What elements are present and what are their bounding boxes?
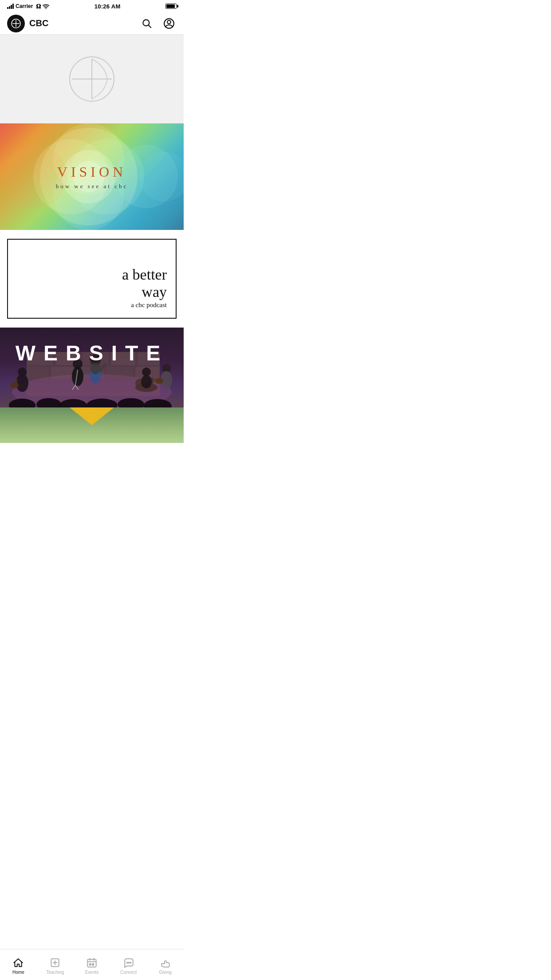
- app-title: CBC: [29, 18, 139, 28]
- svg-point-33: [18, 368, 27, 376]
- svg-point-3: [143, 20, 149, 26]
- website-banner[interactable]: WEBSITE: [0, 328, 184, 443]
- svg-point-50: [141, 375, 152, 388]
- search-button[interactable]: [139, 16, 154, 31]
- carrier-label: Carrier: [16, 3, 33, 9]
- website-label: WEBSITE: [16, 341, 169, 365]
- website-triangle-icon: [70, 407, 114, 425]
- podcast-subtitle: a cbc podcast: [122, 301, 167, 309]
- hero-logo: [65, 52, 118, 106]
- cbc-hero-icon: [65, 52, 118, 106]
- profile-button[interactable]: [161, 16, 177, 31]
- search-icon: [141, 18, 153, 29]
- vision-subtitle: how we see at cbc: [56, 183, 128, 190]
- svg-point-6: [167, 20, 171, 24]
- status-right: [165, 4, 177, 9]
- status-time: 10:26 AM: [94, 3, 121, 10]
- svg-rect-26: [27, 367, 49, 379]
- website-bottom-section: [0, 407, 184, 443]
- svg-point-37: [72, 367, 83, 386]
- app-header: CBC: [0, 12, 184, 35]
- logo-icon: [11, 18, 21, 29]
- status-bar: Carrier 𝛀 10:26 AM: [0, 0, 184, 12]
- signal-icon: [7, 4, 14, 9]
- svg-point-53: [155, 378, 163, 384]
- vision-title: VISION: [56, 164, 128, 180]
- svg-rect-35: [16, 379, 17, 388]
- app-logo[interactable]: [7, 15, 25, 32]
- main-content: VISION how we see at cbc a better way a …: [0, 35, 184, 474]
- battery-icon: [165, 4, 177, 9]
- website-text-overlay: WEBSITE: [0, 341, 184, 365]
- podcast-text: a better way a cbc podcast: [122, 266, 167, 309]
- vision-banner[interactable]: VISION how we see at cbc: [0, 123, 184, 230]
- vision-content: VISION how we see at cbc: [56, 164, 128, 190]
- svg-line-4: [149, 25, 151, 28]
- profile-icon: [163, 18, 175, 29]
- header-actions: [139, 16, 177, 31]
- status-left: Carrier 𝛀: [7, 3, 49, 10]
- podcast-title: a better way: [122, 266, 167, 300]
- hero-logo-section: [0, 35, 184, 123]
- wifi-icon: 𝛀: [36, 3, 49, 10]
- svg-point-32: [16, 374, 28, 392]
- podcast-card[interactable]: a better way a cbc podcast: [7, 239, 177, 319]
